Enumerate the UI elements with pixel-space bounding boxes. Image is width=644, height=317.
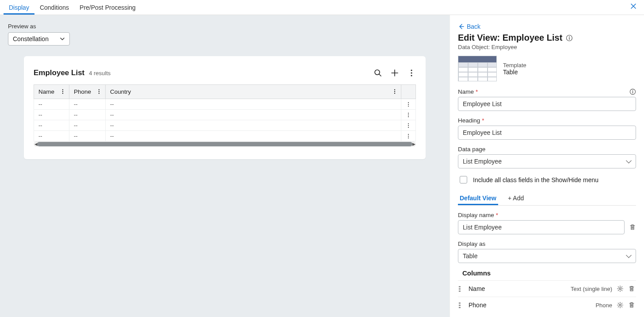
table-row: ------ [34,120,416,131]
col-header-actions [401,85,416,99]
tab-display[interactable]: Display [4,0,34,15]
table-cell: -- [69,110,106,120]
svg-point-18 [408,116,409,117]
table-cell: -- [106,110,401,120]
arrow-left-icon [458,23,464,30]
table-cell: -- [34,120,69,131]
preview-as-select[interactable]: Constellation [8,32,70,46]
svg-point-9 [99,93,99,94]
col-menu-icon[interactable] [96,89,102,94]
column-type: Phone [595,302,612,309]
row-menu-icon[interactable] [401,110,416,120]
table-cell: -- [69,131,106,141]
preview-as-value: Constellation [13,35,49,42]
svg-point-0 [375,70,380,75]
back-link[interactable]: Back [458,23,480,30]
include-all-checkbox[interactable] [460,176,467,183]
data-table: Name Phone Country [34,84,416,141]
svg-point-17 [408,114,409,115]
table-cell: -- [69,120,106,131]
table-cell: -- [106,131,401,141]
table-cell: -- [34,110,69,120]
name-input[interactable] [458,97,636,111]
template-row: Template Table [458,56,636,81]
svg-point-30 [619,304,621,306]
trash-icon[interactable] [629,224,636,231]
column-item[interactable]: NameText (single line) [458,280,636,297]
heading-label: Heading* [458,117,636,124]
table-header-row: Name Phone Country [34,85,416,99]
displayas-select[interactable]: Table [458,249,636,263]
svg-point-7 [99,89,99,90]
info-icon[interactable] [566,34,573,42]
table-cell: -- [69,99,106,110]
svg-point-21 [408,126,409,127]
include-all-label: Include all class fields in the Show/Hid… [473,176,598,183]
trash-icon[interactable] [628,285,635,292]
col-header-phone[interactable]: Phone [69,85,106,99]
gear-icon[interactable] [617,285,624,292]
svg-point-8 [99,91,99,92]
table-row: ------ [34,99,416,110]
include-all-checkbox-row[interactable]: Include all class fields in the Show/Hid… [458,175,636,185]
heading-input[interactable] [458,126,636,140]
svg-point-12 [394,93,395,94]
svg-point-11 [394,91,395,92]
close-icon[interactable] [630,3,637,10]
svg-point-6 [62,93,63,94]
table-row: ------ [34,131,416,141]
table-row: ------ [34,110,416,120]
panel-title: Edit View: Employee List [458,33,636,43]
drag-handle-icon[interactable] [459,302,464,308]
subtab-add[interactable]: + Add [506,191,526,205]
template-value: Table [503,69,526,76]
svg-point-23 [408,135,409,136]
svg-point-13 [408,102,409,103]
scrollbar-thumb[interactable] [37,142,412,146]
gear-icon[interactable] [617,302,624,309]
preview-card: Employee List 4 results [24,56,426,159]
drag-handle-icon[interactable] [459,286,464,292]
row-menu-icon[interactable] [401,131,416,141]
displayas-label: Display as [458,241,636,247]
col-menu-icon[interactable] [392,89,397,94]
table-cell: -- [106,120,401,131]
displayname-input[interactable] [458,220,625,234]
svg-point-24 [408,137,409,138]
card-subtitle: 4 results [89,70,111,76]
svg-point-1 [411,69,412,71]
chevron-down-icon [60,36,65,42]
table-cell: -- [34,99,69,110]
columns-heading: Columns [462,269,636,277]
view-subtabs: Default View + Add [458,191,636,206]
svg-point-29 [619,288,621,290]
card-title: Employee List [34,69,84,77]
svg-point-15 [408,105,409,106]
col-header-label: Name [38,88,54,95]
tab-conditions[interactable]: Conditions [34,0,74,15]
search-icon[interactable] [373,69,382,77]
column-type: Text (single line) [571,286,612,292]
table-cell: -- [34,131,69,141]
more-icon[interactable] [407,69,416,77]
column-name: Phone [469,302,591,309]
datapage-select[interactable]: List Employee [458,154,636,168]
trash-icon[interactable] [628,302,635,309]
add-icon[interactable] [390,69,399,77]
svg-point-28 [633,90,633,91]
column-item[interactable]: PhonePhone [458,297,636,313]
subtab-default-view[interactable]: Default View [458,191,498,205]
col-header-name[interactable]: Name [34,85,69,99]
template-thumbnail[interactable] [458,56,497,81]
col-header-country[interactable]: Country [106,85,401,99]
tab-prepost[interactable]: Pre/Post Processing [74,0,141,15]
svg-point-26 [569,36,570,37]
horizontal-scrollbar[interactable]: ◀ ▶ [34,141,416,147]
scroll-right-icon[interactable]: ▶ [412,141,416,147]
svg-point-5 [62,91,63,92]
row-menu-icon[interactable] [401,120,416,131]
info-icon[interactable] [629,88,636,95]
col-menu-icon[interactable] [60,89,65,94]
svg-point-4 [62,89,63,90]
row-menu-icon[interactable] [401,99,416,110]
